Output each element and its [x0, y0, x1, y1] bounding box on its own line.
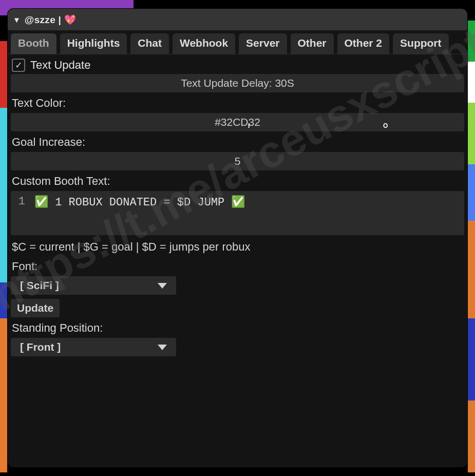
tab-other[interactable]: Other — [291, 33, 334, 54]
tabbar: Booth Highlights Chat Webhook Server Oth… — [8, 30, 467, 54]
bg-marker-i: I — [248, 122, 250, 129]
main-panel: ▼ @szze | 💖 Booth Highlights Chat Webhoo… — [7, 8, 468, 468]
bg-marker-o: O — [383, 122, 388, 129]
goal-increase-label: Goal Increase: — [11, 131, 464, 152]
chevron-down-icon — [158, 283, 167, 289]
goal-increase-input[interactable]: 5 — [11, 152, 464, 170]
tab-webhook[interactable]: Webhook — [173, 33, 235, 54]
update-button[interactable]: Update — [11, 299, 60, 317]
font-value: [ SciFi ] — [20, 279, 59, 292]
titlebar[interactable]: ▼ @szze | 💖 — [8, 9, 467, 30]
text-update-checkbox[interactable]: ✓ — [12, 59, 25, 72]
font-dropdown[interactable]: [ SciFi ] — [11, 276, 176, 295]
tab-server[interactable]: Server — [239, 33, 287, 54]
font-label: Font: — [11, 256, 464, 276]
custom-booth-label: Custom Booth Text: — [11, 170, 464, 191]
standing-label: Standing Position: — [11, 317, 464, 338]
chevron-down-icon — [158, 345, 167, 350]
line-number: 1 — [16, 195, 25, 231]
text-update-label: Text Update — [30, 59, 90, 72]
custom-booth-textarea[interactable]: 1 ✅ 1 ROBUX DONATED = $D JUMP ✅ — [11, 191, 464, 235]
tab-booth[interactable]: Booth — [11, 33, 56, 54]
custom-booth-content: ✅ 1 ROBUX DONATED = $D JUMP ✅ — [34, 195, 245, 231]
tab-highlights[interactable]: Highlights — [60, 33, 127, 54]
text-color-label: Text Color: — [11, 92, 464, 113]
standing-dropdown[interactable]: [ Front ] — [11, 338, 176, 356]
text-color-input[interactable]: #32CD32 — [11, 113, 464, 131]
standing-value: [ Front ] — [20, 341, 61, 353]
tab-other-2[interactable]: Other 2 — [337, 33, 390, 54]
panel-body: ✓ Text Update I O Text Update Delay: 30S… — [8, 54, 467, 467]
title-text: @szze | 💖 — [25, 14, 77, 26]
text-update-delay-input[interactable]: Text Update Delay: 30S — [11, 74, 464, 92]
tab-support[interactable]: Support — [393, 33, 448, 54]
tab-chat[interactable]: Chat — [130, 33, 169, 54]
variable-legend: $C = current | $G = goal | $D = jumps pe… — [11, 235, 464, 256]
collapse-icon[interactable]: ▼ — [13, 16, 21, 24]
